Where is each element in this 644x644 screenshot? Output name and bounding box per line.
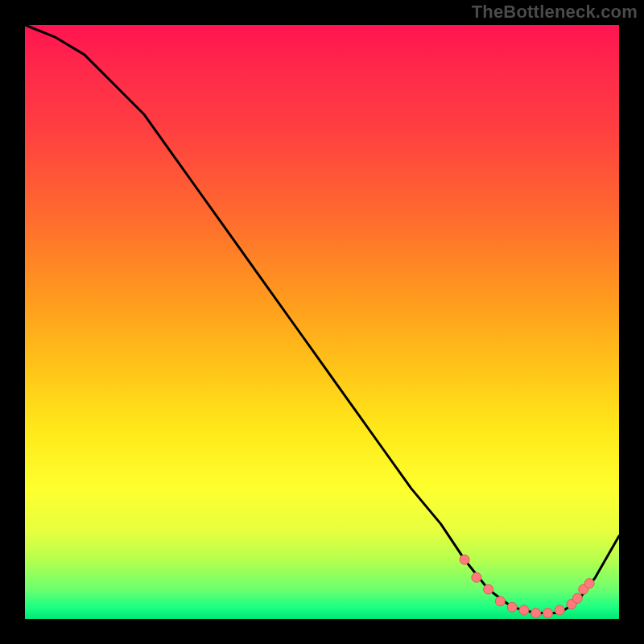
chart-markers xyxy=(460,555,594,617)
chart-curve xyxy=(25,25,619,613)
chart-marker xyxy=(531,609,541,618)
chart-marker xyxy=(484,584,493,594)
chart-marker xyxy=(584,579,594,588)
chart-marker xyxy=(543,609,552,618)
chart-marker xyxy=(460,555,469,564)
chart-marker xyxy=(572,593,582,603)
chart-marker xyxy=(555,605,564,615)
chart-overlay xyxy=(25,25,619,619)
plot-area xyxy=(25,25,619,619)
chart-marker xyxy=(507,602,517,612)
chart-marker xyxy=(519,605,529,615)
chart-marker xyxy=(495,597,505,606)
watermark-text: TheBottleneck.com xyxy=(472,2,638,23)
chart-frame: TheBottleneck.com xyxy=(0,0,644,644)
chart-marker xyxy=(472,572,481,582)
